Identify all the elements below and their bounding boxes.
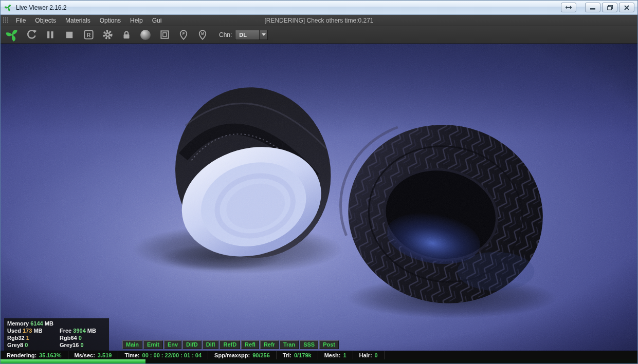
menu-objects[interactable]: Objects	[30, 15, 61, 26]
status-hair: Hair:0	[353, 351, 385, 359]
toolbar: R F	[1, 26, 637, 44]
gear-icon	[102, 29, 114, 41]
titlebar[interactable]: Live Viewer 2.16.2	[1, 1, 637, 15]
settings-button[interactable]	[101, 28, 114, 42]
svg-text:F: F	[183, 31, 185, 36]
render-viewport[interactable]: Memory 6144 MB Used 173 MB Free 3904 MB …	[1, 44, 637, 351]
stop-render-button[interactable]	[63, 28, 76, 42]
lock-button[interactable]	[120, 28, 133, 42]
render-priority-button[interactable]: R	[82, 28, 95, 42]
memory-total-row: Memory 6144 MB	[7, 320, 106, 327]
render-pass-bar: Main Emit Env DifD DifI RefD RefI Refr T…	[122, 340, 339, 349]
status-tri: Tri:0/179k	[277, 351, 318, 359]
memory-stats-panel: Memory 6144 MB Used 173 MB Free 3904 MB …	[4, 318, 109, 351]
close-icon	[624, 5, 629, 10]
octane-logo-icon	[6, 28, 19, 42]
pass-difi-button[interactable]: DifI	[203, 340, 219, 349]
chevron-down-icon	[259, 30, 267, 40]
pass-difd-button[interactable]: DifD	[183, 340, 202, 349]
minimize-button[interactable]	[585, 3, 600, 12]
pass-sss-button[interactable]: SSS	[300, 340, 318, 349]
pass-env-button[interactable]: Env	[164, 340, 181, 349]
svg-text:M: M	[201, 31, 204, 36]
status-time: Time:00 : 00 : 22/00 : 01 : 04	[118, 351, 208, 359]
always-on-top-button[interactable]	[561, 3, 576, 12]
render-progress-bar	[1, 359, 637, 363]
menubar: [RENDERING] Check others time:0.271 File…	[1, 15, 637, 26]
menu-materials[interactable]: Materials	[61, 15, 95, 26]
restart-render-button[interactable]	[25, 28, 38, 42]
toolbar-grip[interactable]	[3, 17, 9, 24]
render-region-button[interactable]	[158, 28, 171, 42]
status-spp: Spp/maxspp:90/256	[208, 351, 277, 359]
channel-label: Chn:	[219, 31, 232, 39]
pause-icon	[45, 29, 56, 41]
pass-refr-button[interactable]: Refr	[260, 340, 279, 349]
rendered-image	[1, 44, 637, 351]
window-title: Live Viewer 2.16.2	[16, 4, 559, 11]
focus-pin-icon: F	[178, 29, 189, 41]
focus-picker-button[interactable]: F	[177, 28, 190, 42]
status-ms-sec: Ms/sec:3.519	[68, 351, 119, 359]
menu-file[interactable]: File	[11, 15, 30, 26]
pass-emit-button[interactable]: Emit	[143, 340, 163, 349]
material-preview-button[interactable]	[139, 28, 152, 42]
channel-dropdown[interactable]: DL	[235, 30, 268, 40]
pass-tran-button[interactable]: Tran	[280, 340, 299, 349]
pass-refd-button[interactable]: RefD	[220, 340, 240, 349]
memory-used-free-row: Used 173 MB Free 3904 MB	[7, 327, 106, 334]
material-ball-icon	[140, 30, 151, 40]
minimize-icon	[590, 5, 595, 10]
pass-post-button[interactable]: Post	[319, 340, 339, 349]
r-box-icon: R	[83, 29, 95, 41]
live-viewer-window: Live Viewer 2.16.2 [RENDERING]	[0, 0, 638, 364]
material-pin-icon: M	[197, 29, 208, 41]
lock-icon	[121, 29, 132, 41]
statusbar: Rendering:35.163% Ms/sec:3.519 Time:00 :…	[1, 351, 637, 359]
render-progress-fill	[1, 359, 145, 363]
pause-render-button[interactable]	[44, 28, 57, 42]
channel-value: DL	[235, 32, 259, 38]
stop-icon	[64, 29, 75, 41]
restart-icon	[26, 29, 38, 41]
material-picker-button[interactable]: M	[196, 28, 209, 42]
svg-text:R: R	[86, 32, 90, 38]
octane-start-button[interactable]	[6, 28, 19, 42]
status-mesh: Mesh:1	[318, 351, 353, 359]
maximize-button[interactable]	[602, 3, 617, 12]
close-button[interactable]	[619, 3, 634, 12]
pass-main-button[interactable]: Main	[122, 340, 142, 349]
restore-icon	[607, 5, 613, 10]
octane-logo-icon	[4, 4, 12, 12]
app-icon	[4, 3, 13, 12]
pass-refi-button[interactable]: RefI	[241, 340, 259, 349]
status-rendering: Rendering:35.163%	[1, 351, 68, 359]
menu-help[interactable]: Help	[125, 15, 148, 26]
menu-gui[interactable]: Gui	[148, 15, 167, 26]
render-region-icon	[159, 29, 171, 41]
menu-options[interactable]: Options	[95, 15, 125, 26]
memory-rgb-row: Rgb32 1 Rgb64 0	[7, 334, 106, 341]
memory-grey-row: Grey8 0 Grey16 0	[7, 341, 106, 349]
double-arrow-icon	[565, 5, 572, 10]
